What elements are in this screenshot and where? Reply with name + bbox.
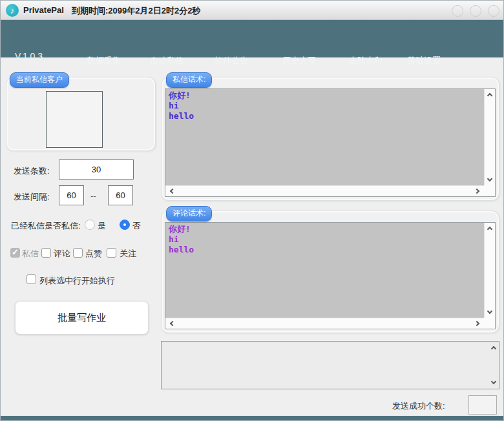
dm-scripts-badge: 私信话术: (166, 72, 212, 88)
send-interval-label: 发送间隔: (14, 191, 50, 203)
dm-line: hi (169, 101, 481, 111)
comment-scripts-content[interactable]: 你好! hi hello (165, 223, 484, 318)
app-logo-music-note-icon: ♪ (6, 4, 19, 17)
current-customer-badge: 当前私信客户 (10, 72, 69, 88)
checkbox-list-start-label[interactable]: 列表选中行开始执行 (39, 275, 115, 287)
checkbox-list-start[interactable] (26, 274, 36, 284)
tab-data-collection[interactable]: 数据采集 (87, 55, 121, 67)
maximize-button[interactable] (470, 5, 481, 17)
comment-scripts-textarea[interactable]: 你好! hi hello (165, 222, 496, 329)
radio-yes-label[interactable]: 是 (98, 220, 106, 232)
checkbox-follow-label[interactable]: 关注 (120, 248, 136, 260)
comment-line: 你好! (169, 224, 481, 234)
dm-horizontal-scrollbar[interactable] (165, 185, 484, 196)
checkbox-like[interactable] (73, 248, 83, 258)
scroll-up-icon[interactable] (487, 227, 492, 232)
log-box[interactable] (161, 341, 499, 389)
expiry-time-label: 到期时间:2099年2月2日2时2分2秒 (72, 5, 200, 17)
success-count-label: 发送成功个数: (392, 400, 445, 412)
scroll-left-icon[interactable] (170, 189, 175, 194)
comment-vertical-scrollbar[interactable] (484, 223, 495, 318)
send-count-input[interactable] (59, 159, 134, 180)
dm-scripts-textarea[interactable]: 你好! hi hello (165, 88, 496, 197)
comment-scripts-badge: 评论话术: (166, 206, 212, 221)
tab-history[interactable]: 历史大哥 (282, 55, 316, 67)
checkbox-comment[interactable] (41, 248, 51, 258)
scroll-right-icon[interactable] (474, 321, 479, 326)
checkbox-dm-label[interactable]: 私信 (22, 248, 39, 260)
version-label: V.1.0.3 (15, 51, 43, 61)
comment-horizontal-scrollbar[interactable] (165, 318, 484, 329)
scroll-down-icon[interactable] (487, 309, 492, 314)
dm-line: 你好! (169, 90, 481, 101)
checkbox-dm[interactable] (10, 248, 20, 258)
tab-software-notice[interactable]: 软件公告 (215, 55, 248, 67)
radio-no[interactable] (120, 220, 130, 230)
close-button[interactable] (488, 5, 499, 17)
comment-line: hi (169, 234, 481, 245)
scroll-down-icon[interactable] (490, 379, 496, 384)
minimize-button[interactable] (452, 5, 463, 17)
dm-vertical-scrollbar[interactable] (484, 89, 495, 185)
checkbox-like-label[interactable]: 点赞 (85, 248, 102, 260)
scroll-down-icon[interactable] (487, 176, 492, 181)
comment-line: hello (169, 245, 481, 255)
log-vertical-scrollbar[interactable] (488, 342, 499, 389)
titlebar: ♪ PrivatePal 到期时间:2099年2月2日2时2分2秒 (1, 1, 503, 20)
radio-yes[interactable] (85, 220, 95, 230)
dm-line: hello (169, 111, 481, 121)
checkbox-comment-label[interactable]: 评论 (54, 248, 70, 260)
tab-auto-dm[interactable]: 自动私信 (150, 55, 184, 67)
scroll-up-icon[interactable] (490, 346, 496, 351)
customer-avatar-box (46, 91, 103, 148)
interval-separator: -- (90, 191, 96, 201)
app-window: ♪ PrivatePal 到期时间:2099年2月2日2时2分2秒 V.1.0.… (0, 0, 504, 421)
success-count-input (468, 395, 497, 415)
scroll-right-icon[interactable] (474, 189, 479, 194)
footer-strip (1, 416, 503, 421)
tab-basic-settings[interactable]: 基础设置 (407, 55, 441, 67)
tab-remove-watermark[interactable]: 去除水印 (349, 55, 383, 67)
resend-question-label: 已经私信是否私信: (11, 220, 81, 232)
scroll-left-icon[interactable] (170, 321, 175, 326)
app-title: PrivatePal (23, 5, 64, 15)
interval-max-input[interactable] (108, 185, 133, 205)
scroll-up-icon[interactable] (487, 93, 492, 98)
radio-no-label[interactable]: 否 (132, 220, 141, 232)
interval-min-input[interactable] (59, 185, 84, 205)
checkbox-follow[interactable] (107, 248, 116, 258)
navbar: V.1.0.3 数据采集 自动私信 软件公告 历史大哥 去除水印 基础设置 (1, 20, 503, 57)
send-count-label: 发送条数: (14, 165, 50, 177)
batch-write-button[interactable]: 批量写作业 (15, 301, 149, 334)
dm-scripts-content[interactable]: 你好! hi hello (165, 89, 484, 185)
